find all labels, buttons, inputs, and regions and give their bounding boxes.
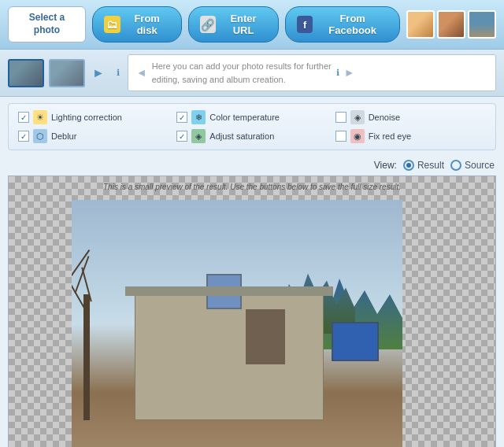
house-body — [135, 294, 324, 420]
strip-info-icon[interactable]: ℹ — [117, 68, 120, 78]
house-roof — [125, 286, 333, 296]
placeholder-info-icon: ℹ — [336, 66, 339, 79]
tree-branch-4 — [72, 249, 90, 276]
photo-thumb-2[interactable] — [49, 59, 85, 87]
placeholder-arrow-left: ◄ — [136, 65, 147, 81]
sample-thumb-person1[interactable] — [406, 10, 435, 39]
strip-arrow-right[interactable]: ► — [90, 66, 107, 80]
facebook-button-label: From Facebook — [317, 13, 388, 36]
denoise-label: Denoise — [369, 113, 400, 122]
photo-strip: ► ℹ ◄ Here you can add your photo result… — [0, 50, 504, 97]
select-label-text: Select a photo — [29, 12, 65, 35]
facebook-icon: f — [297, 16, 313, 33]
source-radio-label: Source — [465, 160, 495, 171]
source-radio[interactable]: Source — [450, 160, 495, 171]
option-color-temp[interactable]: ✓ ❄ Color temperature — [176, 110, 327, 124]
photo-thumb-1[interactable] — [8, 59, 44, 87]
option-deblur[interactable]: ✓ ⬡ Deblur — [18, 129, 169, 143]
house-image — [72, 200, 402, 447]
denoise-checkbox[interactable] — [335, 112, 346, 123]
enter-url-button[interactable]: 🔗 Enter URL — [188, 6, 279, 42]
deblur-checkbox[interactable]: ✓ — [18, 131, 29, 142]
denoise-icon: ◈ — [350, 110, 365, 124]
url-icon: 🔗 — [200, 16, 217, 33]
select-photo-label: Select a photo — [8, 6, 86, 42]
sample-photos — [406, 10, 496, 39]
house-window-right — [332, 322, 379, 361]
result-radio-label: Result — [417, 160, 444, 171]
placeholder-text: Here you can add your photo results for … — [152, 60, 332, 86]
lighting-checkbox[interactable]: ✓ — [18, 112, 29, 123]
photo-placeholder: ◄ Here you can add your photo results fo… — [128, 54, 496, 91]
redeye-icon: ◉ — [350, 129, 365, 143]
canvas-preview-text: This is a small preview of the result. U… — [9, 183, 495, 191]
view-label: View: — [374, 160, 397, 171]
lighting-icon: ☀ — [33, 110, 47, 124]
color-temp-label: Color temperature — [209, 113, 280, 122]
url-button-label: Enter URL — [220, 13, 266, 36]
saturation-label: Adjust saturation — [209, 131, 274, 141]
color-temp-icon: ❄ — [191, 110, 206, 124]
house-door — [246, 309, 285, 364]
from-disk-button[interactable]: 🗂 From disk — [92, 6, 182, 42]
result-radio[interactable]: Result — [403, 160, 444, 171]
canvas-image-container — [72, 200, 402, 447]
from-facebook-button[interactable]: f From Facebook — [285, 6, 400, 42]
redeye-checkbox[interactable] — [335, 131, 346, 142]
redeye-label: Fix red eye — [369, 131, 411, 141]
top-toolbar: Select a photo 🗂 From disk 🔗 Enter URL f… — [0, 0, 504, 50]
option-saturation[interactable]: ✓ ◈ Adjust saturation — [176, 129, 327, 143]
option-redeye[interactable]: ◉ Fix red eye — [335, 129, 486, 143]
placeholder-arrow-right: ► — [344, 65, 355, 81]
deblur-icon: ⬡ — [33, 129, 47, 143]
saturation-checkbox[interactable]: ✓ — [176, 131, 187, 142]
view-controls: View: Result Source — [0, 157, 504, 175]
deblur-label: Deblur — [51, 131, 76, 141]
color-temp-checkbox[interactable]: ✓ — [176, 112, 187, 123]
canvas-area: This is a small preview of the result. U… — [8, 175, 496, 447]
disk-icon: 🗂 — [104, 16, 120, 33]
lighting-label: Lighting correction — [51, 113, 122, 122]
saturation-icon: ◈ — [191, 129, 206, 143]
result-radio-circle — [403, 160, 414, 171]
options-panel: ✓ ☀ Lighting correction ✓ ❄ Color temper… — [8, 103, 496, 150]
option-lighting[interactable]: ✓ ☀ Lighting correction — [18, 110, 169, 124]
sample-thumb-boat[interactable] — [468, 10, 496, 39]
disk-button-label: From disk — [124, 13, 170, 36]
option-denoise[interactable]: ◈ Denoise — [335, 110, 486, 124]
source-radio-circle — [450, 160, 461, 171]
sample-thumb-person2[interactable] — [437, 10, 465, 39]
